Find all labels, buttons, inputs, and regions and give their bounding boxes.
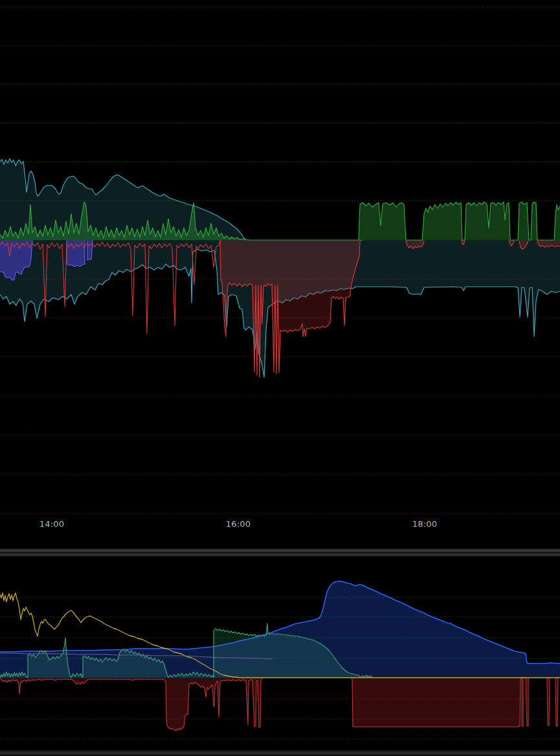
green-series-fill	[0, 202, 560, 240]
chart-canvas[interactable]	[0, 0, 560, 756]
time-axis-label: 16:00	[226, 519, 251, 529]
red-area-fill	[0, 678, 262, 731]
upper-teal-band-fill	[0, 159, 246, 240]
indicator-pane[interactable]	[0, 581, 560, 739]
red-area-fill	[352, 678, 530, 727]
chart-window: 14:0016:0018:00	[0, 0, 560, 756]
red-area	[0, 678, 262, 731]
main-pane[interactable]	[0, 7, 560, 513]
bottom-pane-separator-handle[interactable]	[0, 750, 560, 756]
pane-separator-handle[interactable]	[0, 548, 560, 558]
time-axis-label: 14:00	[39, 519, 64, 529]
time-axis-label: 18:00	[412, 519, 437, 529]
